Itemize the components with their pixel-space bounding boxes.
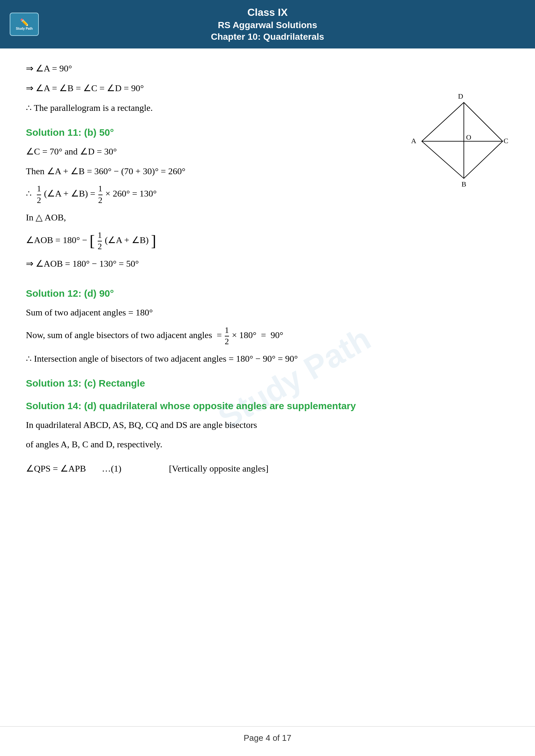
logo-icon: ✏️ <box>20 18 29 27</box>
page-number: Page 4 of 17 <box>243 733 291 743</box>
sol14-line3: ∠QPS = ∠APB …(1) [Vertically opposite an… <box>26 462 509 476</box>
sol14-header: Solution 14: (d) quadrilateral whose opp… <box>26 400 509 412</box>
logo: ✏️ Study Path <box>10 13 39 36</box>
sol13-header: Solution 13: (c) Rectangle <box>26 378 509 389</box>
svg-text:O: O <box>466 133 471 141</box>
svg-text:B: B <box>462 180 466 188</box>
solution-12-block: Solution 12: (d) 90° Sum of two adjacent… <box>26 288 509 366</box>
header-chapter: Chapter 10: Quadrilaterals <box>211 31 324 43</box>
solution-14-block: Solution 14: (d) quadrilateral whose opp… <box>26 400 509 476</box>
right-bracket-1: ] <box>151 232 156 249</box>
sol12-line2: Now, sum of angle bisectors of two adjac… <box>26 325 509 346</box>
sol12-line1: Sum of two adjacent angles = 180° <box>26 306 509 320</box>
sol11-line6: ⇒ ∠AOB = 180° − 130° = 50° <box>26 256 509 271</box>
header-class: Class IX <box>247 6 288 19</box>
logo-text: Study Path <box>16 27 33 30</box>
frac-half-1: 1 2 <box>37 184 41 205</box>
svg-text:D: D <box>458 93 463 100</box>
sol11-line4: In △ AOB, <box>26 210 509 225</box>
sol11-line5: ∠AOB = 180° − [ 1 2 (∠A + ∠B) ] <box>26 230 509 252</box>
svg-text:A: A <box>411 137 416 145</box>
header-subtitle: RS Aggarwal Solutions <box>218 19 317 31</box>
sol10-line1: ⇒ ∠A = 90° <box>26 62 509 76</box>
svg-text:C: C <box>504 137 508 145</box>
header-text: Class IX RS Aggarwal Solutions Chapter 1… <box>211 6 324 43</box>
solution-13-block: Solution 13: (c) Rectangle <box>26 378 509 389</box>
solution-11-block: Solution 11: (b) 50° D A <box>26 127 509 276</box>
diamond-svg: D A C B O <box>399 93 509 190</box>
svg-marker-0 <box>422 102 503 178</box>
sol14-line1: In quadrilateral ABCD, AS, BQ, CQ and DS… <box>26 418 509 432</box>
frac-half-2: 1 2 <box>98 184 102 205</box>
frac-half-4: 1 2 <box>225 325 229 346</box>
sol12-line3: ∴ Intersection angle of bisectors of two… <box>26 352 509 366</box>
sol14-line2: of angles A, B, C and D, respectively. <box>26 437 509 452</box>
sol11-content: D A C B O ∠C = 70° and ∠D = 30° Then ∠A … <box>26 145 509 276</box>
diamond-figure: D A C B O <box>399 93 509 190</box>
left-bracket-1: [ <box>90 232 95 249</box>
main-content: ⇒ ∠A = 90° ⇒ ∠A = ∠B = ∠C = ∠D = 90° ∴ T… <box>0 48 535 502</box>
sol12-header: Solution 12: (d) 90° <box>26 288 509 299</box>
frac-half-3: 1 2 <box>98 230 102 252</box>
page-footer: Page 4 of 17 <box>0 726 535 749</box>
page-header: ✏️ Study Path Class IX RS Aggarwal Solut… <box>0 0 535 48</box>
